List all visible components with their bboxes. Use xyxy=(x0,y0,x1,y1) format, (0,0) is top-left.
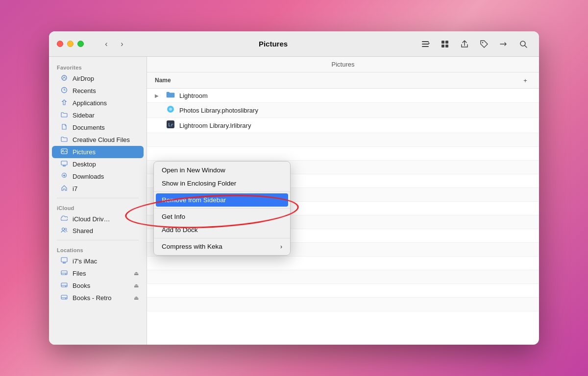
close-button[interactable] xyxy=(57,41,63,47)
more-button[interactable] xyxy=(496,36,512,52)
eject-books-retro-icon[interactable]: ⏏ xyxy=(134,295,139,301)
context-show-enclosing-label: Show in Enclosing Folder xyxy=(162,180,236,187)
sidebar: Favorites AirDrop Recents Applications xyxy=(49,57,147,345)
context-remove-sidebar-label: Remove from Sidebar xyxy=(162,196,226,204)
drive-icon-books-retro xyxy=(60,294,69,302)
sidebar-item-i7[interactable]: i7 xyxy=(52,183,144,195)
file-name-lightroom-library: Lightroom Library.lrlibrary xyxy=(179,122,251,129)
documents-icon xyxy=(60,123,69,132)
svg-rect-18 xyxy=(61,271,67,275)
tag-button[interactable] xyxy=(476,36,492,52)
file-row-lightroom[interactable]: ▶ Lightroom xyxy=(147,89,539,103)
sidebar-divider-2 xyxy=(57,240,139,240)
sidebar-item-files[interactable]: Files ⏏ xyxy=(52,267,144,280)
sidebar-item-applications-label: Applications xyxy=(73,99,107,107)
file-row-lightroom-library[interactable]: Lr Lightroom Library.lrlibrary xyxy=(147,118,539,133)
sidebar-item-downloads-label: Downloads xyxy=(73,173,104,180)
sidebar-item-i7s-imac[interactable]: i7's iMac xyxy=(52,255,144,267)
sidebar-item-sidebar-label: Sidebar xyxy=(73,112,95,119)
lightroom-library-icon: Lr xyxy=(166,120,175,130)
back-button[interactable]: ‹ xyxy=(99,37,113,51)
sidebar-item-icloud-drive[interactable]: iCloud Driv… xyxy=(52,213,144,225)
sidebar-item-books[interactable]: Books ⏏ xyxy=(52,280,144,292)
svg-rect-0 xyxy=(422,41,429,42)
sidebar-item-recents[interactable]: Recents xyxy=(52,85,144,97)
drive-icon-books xyxy=(60,282,69,290)
empty-row-2 xyxy=(147,147,539,161)
sidebar-item-i7-label: i7 xyxy=(73,185,77,192)
sidebar-item-pictures-label: Pictures xyxy=(73,148,96,156)
empty-row-11 xyxy=(147,270,539,284)
expand-icon-lightroom[interactable]: ▶ xyxy=(155,93,162,98)
svg-point-21 xyxy=(65,286,66,287)
svg-rect-13 xyxy=(61,161,67,165)
share-button[interactable] xyxy=(457,36,472,52)
sidebar-item-airdrop[interactable]: AirDrop xyxy=(52,72,144,85)
svg-text:Lr: Lr xyxy=(168,122,173,127)
context-remove-sidebar[interactable]: Remove from Sidebar xyxy=(156,193,288,207)
sidebar-item-desktop-label: Desktop xyxy=(73,161,96,168)
main-content: Favorites AirDrop Recents Applications xyxy=(49,57,539,345)
toolbar-actions xyxy=(417,36,531,52)
sidebar-item-shared[interactable]: Shared xyxy=(52,225,144,237)
drive-icon-files xyxy=(60,269,69,278)
sidebar-item-documents[interactable]: Documents xyxy=(52,121,144,134)
file-row-photos-library[interactable]: Photos Library.photoslibrary xyxy=(147,103,539,118)
forward-button[interactable]: › xyxy=(115,37,129,51)
downloads-icon xyxy=(60,172,69,181)
context-separator-2 xyxy=(154,208,290,209)
sidebar-item-shared-label: Shared xyxy=(73,227,93,235)
context-separator-3 xyxy=(154,238,290,238)
svg-rect-2 xyxy=(422,46,429,47)
context-menu: Open in New Window Show in Enclosing Fol… xyxy=(153,161,291,256)
sidebar-item-documents-label: Documents xyxy=(73,124,105,131)
context-open-new-window[interactable]: Open in New Window xyxy=(154,164,290,177)
empty-row-10 xyxy=(147,257,539,270)
view-grid-button[interactable] xyxy=(437,36,453,52)
sidebar-item-applications[interactable]: Applications xyxy=(52,97,144,109)
svg-rect-4 xyxy=(445,41,448,44)
toolbar: ‹ › Pictures xyxy=(49,31,539,57)
sidebar-item-pictures[interactable]: Pictures xyxy=(52,146,144,158)
recents-icon xyxy=(60,87,69,95)
compress-keka-arrow: › xyxy=(280,243,282,250)
view-list-button[interactable] xyxy=(417,36,433,52)
sidebar-item-recents-label: Recents xyxy=(73,87,96,94)
svg-rect-17 xyxy=(61,258,67,262)
applications-icon xyxy=(60,99,69,107)
sidebar-item-files-label: Files xyxy=(73,270,86,277)
context-compress-keka[interactable]: Compress with Keka › xyxy=(154,240,290,253)
photos-library-icon xyxy=(166,105,175,115)
sidebar-item-i7s-imac-label: i7's iMac xyxy=(73,258,97,265)
column-header: Name + xyxy=(147,72,539,89)
sidebar-item-airdrop-label: AirDrop xyxy=(73,75,94,82)
sidebar-item-desktop[interactable]: Desktop xyxy=(52,158,144,170)
eject-files-icon[interactable]: ⏏ xyxy=(134,270,139,277)
sidebar-item-sidebar[interactable]: Sidebar xyxy=(52,109,144,121)
minimize-button[interactable] xyxy=(67,41,74,47)
context-add-dock[interactable]: Add to Dock xyxy=(154,223,290,236)
context-show-enclosing[interactable]: Show in Enclosing Folder xyxy=(154,177,290,190)
sidebar-item-icloud-label: iCloud Driv… xyxy=(73,215,110,223)
empty-row-13 xyxy=(147,298,539,311)
search-button[interactable] xyxy=(515,36,531,52)
sidebar-item-downloads[interactable]: Downloads xyxy=(52,170,144,183)
svg-point-7 xyxy=(482,42,483,43)
folder-icon-lightroom xyxy=(166,91,175,100)
sidebar-item-books-retro-label: Books - Retro xyxy=(73,294,111,302)
add-item-button[interactable]: + xyxy=(519,74,531,86)
sidebar-folder-icon xyxy=(60,111,69,119)
svg-point-25 xyxy=(169,108,172,111)
creative-cloud-icon xyxy=(60,136,69,144)
sidebar-item-books-retro[interactable]: Books - Retro ⏏ xyxy=(52,292,144,304)
eject-books-icon[interactable]: ⏏ xyxy=(134,282,139,289)
sidebar-item-creative-cloud[interactable]: Creative Cloud Files xyxy=(52,134,144,146)
fullscreen-button[interactable] xyxy=(77,41,84,47)
svg-point-23 xyxy=(65,298,66,299)
svg-point-16 xyxy=(65,228,67,230)
context-open-new-window-label: Open in New Window xyxy=(162,166,225,174)
nav-buttons: ‹ › xyxy=(99,37,129,51)
context-get-info[interactable]: Get Info xyxy=(154,210,290,223)
desktop-icon xyxy=(60,160,69,168)
icloud-icon xyxy=(60,215,69,223)
